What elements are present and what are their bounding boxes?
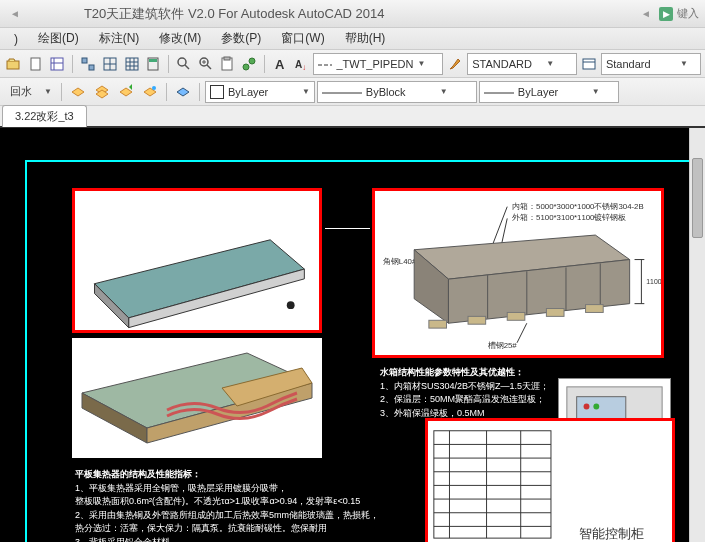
tool-calc-icon[interactable] xyxy=(143,53,163,75)
title-play-icon[interactable]: ▶ xyxy=(659,7,673,21)
menu-modify[interactable]: 修改(M) xyxy=(149,27,211,50)
svg-rect-5 xyxy=(82,58,87,63)
menu-dimension[interactable]: 标注(N) xyxy=(89,27,150,50)
panel-spec-line: 热分选过：活塞，保大保力：隔真泵。抗衰能耐碳性。您保耐用 xyxy=(75,522,365,536)
separator xyxy=(168,55,169,73)
chevron-down-icon: ▼ xyxy=(417,59,425,68)
menu-params[interactable]: 参数(P) xyxy=(211,27,271,50)
menu-paren[interactable]: ) xyxy=(4,29,28,49)
ltype-swatch xyxy=(322,86,362,98)
color-swatch xyxy=(210,85,224,99)
tool-brush-icon[interactable] xyxy=(445,53,465,75)
doc-tab-active[interactable]: 3.22改彩_t3 xyxy=(2,105,87,127)
tank-spec-line: 2、保温层：50MM聚酯高温发泡连型板； xyxy=(380,393,560,407)
tool-open-icon[interactable] xyxy=(4,53,24,75)
svg-rect-0 xyxy=(7,61,19,69)
svg-line-22 xyxy=(207,65,211,69)
toolbar-1: A A↓ _TWT_PIPEDN ▼ STANDARD ▼ Standard ▼ xyxy=(0,50,705,78)
app-title-bar: ◄ T20天正建筑软件 V2.0 For Autodesk AutoCAD 20… xyxy=(0,0,705,28)
textstyle-b-label: Standard xyxy=(606,58,676,70)
water-tank-box: 内箱：5000*3000*1000不锈钢304-2B 外箱：5100*3100*… xyxy=(372,188,664,358)
solar-panel-box xyxy=(72,188,322,333)
chevron-down-icon: ▼ xyxy=(680,59,688,68)
svg-rect-16 xyxy=(149,59,157,62)
tank-left-label: 角钢L40# xyxy=(383,257,417,266)
svg-text:A: A xyxy=(275,57,285,72)
svg-line-18 xyxy=(185,65,189,69)
tank-outer-callout: 外箱：5100*3100*1100镀锌钢板 xyxy=(512,213,626,222)
tool-text-ag-icon[interactable]: A↓ xyxy=(292,53,312,75)
vertical-scrollbar[interactable] xyxy=(689,128,705,542)
chevron-down-icon: ▼ xyxy=(440,87,448,96)
tank-spec-line: 1、内箱材SUS304/2B不锈钢Z—1.5天涯； xyxy=(380,380,560,394)
layer-prefix-label: 回水 xyxy=(4,84,38,99)
textstyle-a-dropdown[interactable]: STANDARD ▼ xyxy=(467,53,577,75)
svg-point-25 xyxy=(243,64,249,70)
svg-point-39 xyxy=(287,301,295,309)
chevron-down-icon: ▼ xyxy=(302,87,310,96)
tool-draw-icon[interactable] xyxy=(239,53,259,75)
lineweight-dropdown[interactable]: ByLayer ▼ xyxy=(479,81,619,103)
svg-line-57 xyxy=(517,323,527,343)
svg-text:↓: ↓ xyxy=(302,63,306,72)
svg-rect-52 xyxy=(546,309,564,317)
panel-spec-line: 1、平板集热器采用全铜管，吸热层采用镀膜分吸带， xyxy=(75,482,365,496)
svg-rect-10 xyxy=(126,58,138,70)
svg-rect-53 xyxy=(586,305,604,313)
drawing-viewport[interactable]: 内箱：5000*3000*1000不锈钢304-2B 外箱：5100*3100*… xyxy=(0,128,705,542)
tank-bottom-label: 槽钢25# xyxy=(488,341,518,350)
tool-zoom-icon[interactable] xyxy=(196,53,216,75)
svg-rect-50 xyxy=(468,316,486,324)
linetype-dropdown-2[interactable]: ByBlock ▼ xyxy=(317,81,477,103)
tool-table-icon[interactable] xyxy=(579,53,599,75)
control-table: 智能控制柜 xyxy=(428,421,672,542)
svg-rect-2 xyxy=(51,58,63,70)
tool-block2-icon[interactable] xyxy=(100,53,120,75)
menu-help[interactable]: 帮助(H) xyxy=(335,27,396,50)
tank-spec-title: 水箱结构性能参数特性及其优越性： xyxy=(380,366,560,380)
menu-draw[interactable]: 绘图(D) xyxy=(28,27,89,50)
color-label: ByLayer xyxy=(228,86,298,98)
panel-spec-title: 平板集热器的结构及性能指标： xyxy=(75,468,365,482)
layer-prev-icon[interactable] xyxy=(115,81,137,103)
svg-rect-1 xyxy=(31,58,40,70)
chevron-down-icon[interactable]: ▼ xyxy=(40,87,56,96)
tool-new-icon[interactable] xyxy=(26,53,46,75)
layer-iso-icon[interactable] xyxy=(91,81,113,103)
tool-text-a-icon[interactable]: A xyxy=(270,53,290,75)
tool-search-icon[interactable] xyxy=(174,53,194,75)
tool-grid-icon[interactable] xyxy=(122,53,142,75)
svg-point-26 xyxy=(249,58,255,64)
underfloor-cutaway xyxy=(72,338,322,458)
title-hint: 键入 xyxy=(677,6,699,21)
panel-spec-text: 平板集热器的结构及性能指标： 1、平板集热器采用全铜管，吸热层采用镀膜分吸带， … xyxy=(75,468,365,542)
title-arrow-left: ◄ xyxy=(10,8,20,19)
textstyle-b-dropdown[interactable]: Standard ▼ xyxy=(601,53,701,75)
tool-block1-icon[interactable] xyxy=(78,53,98,75)
svg-line-40 xyxy=(493,207,508,245)
menu-bar: ) 绘图(D) 标注(N) 修改(M) 参数(P) 窗口(W) 帮助(H) xyxy=(0,28,705,50)
layer-make-icon[interactable] xyxy=(172,81,194,103)
svg-point-17 xyxy=(178,58,186,66)
color-dropdown[interactable]: ByLayer ▼ xyxy=(205,81,315,103)
chevron-down-icon: ▼ xyxy=(546,59,554,68)
svg-rect-51 xyxy=(507,312,525,320)
lweight-label: ByLayer xyxy=(518,86,588,98)
separator xyxy=(199,83,200,101)
svg-point-33 xyxy=(152,86,156,90)
linetype-dropdown[interactable]: _TWT_PIPEDN ▼ xyxy=(313,53,443,75)
scrollbar-thumb[interactable] xyxy=(692,158,703,238)
tank-spec-text: 水箱结构性能参数特性及其优越性： 1、内箱材SUS304/2B不锈钢Z—1.5天… xyxy=(380,366,560,420)
cabinet-label: 智能控制柜 xyxy=(579,527,644,541)
menu-window[interactable]: 窗口(W) xyxy=(271,27,334,50)
tool-clip-icon[interactable] xyxy=(218,53,238,75)
panel-spec-line: 整板吸热面积0.6m²(含配件)。不透光τα>1.吸收率α>0.94，发射率ε<… xyxy=(75,495,365,509)
separator xyxy=(61,83,62,101)
tool-sheet-icon[interactable] xyxy=(48,53,68,75)
svg-rect-24 xyxy=(224,57,230,60)
layer-state-icon[interactable] xyxy=(67,81,89,103)
ltype-label: ByBlock xyxy=(366,86,436,98)
layer-match-icon[interactable] xyxy=(139,81,161,103)
document-tabs: 3.22改彩_t3 xyxy=(0,106,705,128)
lweight-swatch xyxy=(484,86,514,98)
